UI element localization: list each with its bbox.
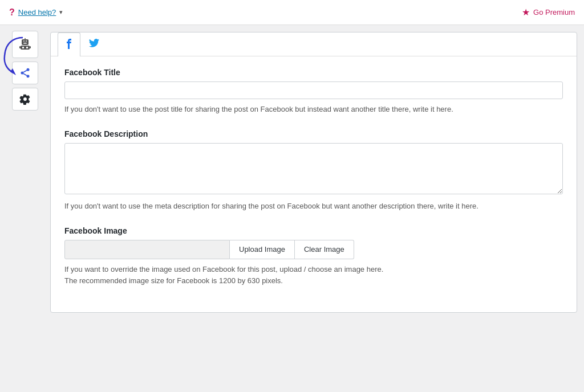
- plugin-icon-button[interactable]: [15, 35, 35, 54]
- svg-line-14: [23, 74, 27, 75]
- panel-body: Facebook Title If you don't want to use …: [51, 56, 577, 312]
- settings-button[interactable]: [12, 88, 38, 111]
- facebook-image-group: Facebook Image Upload Image Clear Image …: [64, 226, 563, 288]
- robot-icon: [19, 38, 31, 51]
- top-bar: ? Need help? ▾ ★ Go Premium: [0, 0, 584, 25]
- image-upload-row: Upload Image Clear Image: [64, 240, 563, 259]
- svg-rect-9: [19, 46, 21, 48]
- svg-rect-3: [26, 40, 27, 42]
- top-bar-right: ★ Go Premium: [522, 7, 575, 18]
- star-icon: ★: [522, 7, 530, 18]
- need-help-link[interactable]: Need help?: [18, 8, 56, 17]
- seo-panel: Facebook Title If you don't want to use …: [50, 32, 577, 313]
- share-button[interactable]: [12, 62, 38, 84]
- facebook-title-label: Facebook Title: [64, 68, 563, 77]
- upload-image-button[interactable]: Upload Image: [230, 240, 295, 259]
- twitter-icon: [89, 39, 99, 47]
- svg-rect-8: [26, 47, 28, 48]
- facebook-description-label: Facebook Description: [64, 129, 563, 138]
- settings-icon: [19, 93, 31, 105]
- plugin-icon-panel: [12, 31, 38, 58]
- svg-line-15: [23, 70, 27, 72]
- facebook-description-group: Facebook Description If you don't want t…: [64, 129, 563, 213]
- top-bar-left: ? Need help? ▾: [9, 7, 63, 18]
- dropdown-arrow-icon[interactable]: ▾: [59, 9, 63, 16]
- svg-rect-1: [22, 39, 29, 45]
- share-icon: [19, 67, 31, 79]
- facebook-description-hint: If you don't want to use the meta descri…: [64, 201, 563, 213]
- svg-point-13: [27, 75, 30, 77]
- main-content: Facebook Title If you don't want to use …: [50, 25, 584, 392]
- facebook-title-input[interactable]: [64, 81, 563, 99]
- svg-rect-6: [21, 46, 30, 50]
- facebook-image-hint: If you want to override the image used o…: [64, 264, 563, 288]
- help-icon: ?: [9, 7, 15, 18]
- sidebar: [0, 25, 50, 392]
- tab-twitter[interactable]: [80, 32, 108, 56]
- svg-rect-2: [23, 40, 25, 42]
- svg-rect-5: [25, 38, 26, 39]
- facebook-icon: [66, 39, 72, 49]
- facebook-title-group: Facebook Title If you don't want to use …: [64, 68, 563, 116]
- facebook-title-hint: If you don't want to use the post title …: [64, 104, 563, 116]
- svg-point-12: [21, 72, 24, 75]
- main-layout: Facebook Title If you don't want to use …: [0, 25, 584, 392]
- facebook-description-textarea[interactable]: [64, 143, 563, 194]
- svg-rect-4: [23, 43, 27, 44]
- go-premium-link[interactable]: Go Premium: [533, 8, 575, 17]
- image-url-input[interactable]: [64, 240, 230, 259]
- svg-rect-7: [22, 47, 24, 48]
- clear-image-button[interactable]: Clear Image: [295, 240, 354, 259]
- svg-rect-10: [30, 46, 31, 48]
- tab-facebook[interactable]: [58, 32, 80, 56]
- svg-point-11: [27, 68, 30, 71]
- facebook-image-label: Facebook Image: [64, 226, 563, 235]
- social-tabs: [51, 32, 577, 56]
